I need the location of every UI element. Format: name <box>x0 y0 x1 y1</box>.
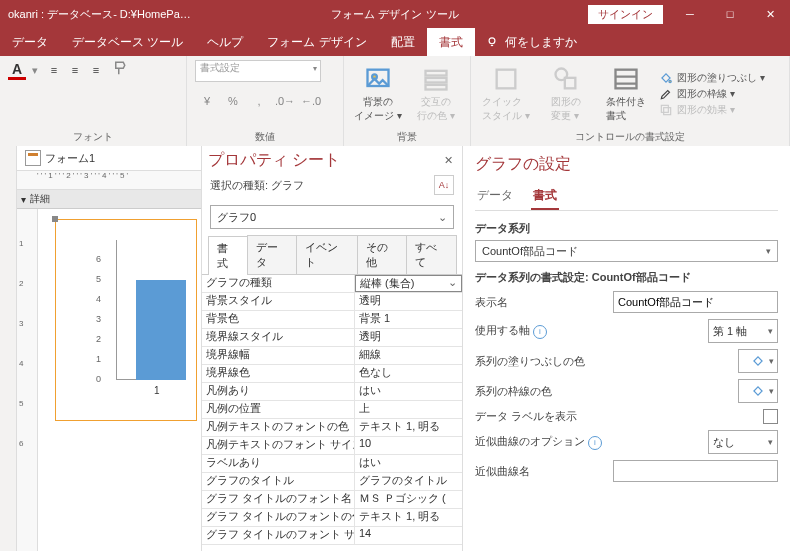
tab-format[interactable]: 書式 <box>427 28 475 56</box>
svg-rect-5 <box>426 85 447 90</box>
image-icon <box>364 65 392 93</box>
ribbon-group-number: 数値 <box>195 128 335 144</box>
form-tab[interactable]: フォーム1 <box>17 146 201 147</box>
change-shape-button: 図形の 変更 ▾ <box>539 65 593 123</box>
number-format-combo[interactable]: 書式設定 <box>195 60 321 82</box>
align-left-button[interactable]: ≡ <box>44 60 64 80</box>
tell-me-label: 何をしますか <box>505 34 577 51</box>
font-color-dropdown[interactable]: ▾ <box>32 64 38 77</box>
svg-rect-11 <box>661 105 668 112</box>
svg-rect-12 <box>664 108 671 115</box>
svg-rect-4 <box>426 78 447 83</box>
tab-db-tools[interactable]: データベース ツール <box>60 28 195 56</box>
bucket-icon <box>659 71 673 85</box>
bulb-icon <box>485 35 499 49</box>
dec-decimal-button[interactable]: ←.0 <box>299 90 323 112</box>
align-right-button[interactable]: ≡ <box>86 60 106 80</box>
close-button[interactable]: ✕ <box>750 0 790 28</box>
signin-button[interactable]: サインイン <box>587 4 664 25</box>
shape-outline-button[interactable]: 図形の枠線 ▾ <box>659 87 765 101</box>
window-title: okanri : データベース- D:¥HomePa… <box>0 7 587 22</box>
alt-row-color-button: 交互の 行の色 ▾ <box>410 65 462 123</box>
shape-fill-button[interactable]: 図形の塗りつぶし ▾ <box>659 71 765 85</box>
svg-rect-9 <box>616 70 637 89</box>
ribbon-group-bg: 背景 <box>352 128 462 144</box>
align-center-button[interactable]: ≡ <box>65 60 85 80</box>
property-sheet-pane: プロパティ シート ✕ 選択の種類: グラフ A↓ グラフ0 書式 データ イベ… <box>202 146 463 147</box>
pen-icon <box>659 87 673 101</box>
context-title: フォーム デザイン ツール <box>331 7 458 22</box>
svg-rect-3 <box>426 71 447 76</box>
rows-icon <box>422 65 450 93</box>
minimize-button[interactable]: ─ <box>670 0 710 28</box>
ribbon-tabs: データ データベース ツール ヘルプ フォーム デザイン 配置 書式 何をします… <box>0 28 790 56</box>
nav-pane-collapsed[interactable] <box>0 146 17 147</box>
tell-me[interactable]: 何をしますか <box>485 34 577 51</box>
tab-form-design[interactable]: フォーム デザイン <box>255 28 378 56</box>
tab-arrange[interactable]: 配置 <box>379 28 427 56</box>
format-painter-button[interactable] <box>112 60 130 80</box>
tab-help[interactable]: ヘルプ <box>195 28 255 56</box>
svg-point-10 <box>669 80 671 82</box>
shape-effect-button: 図形の効果 ▾ <box>659 103 765 117</box>
percent-button[interactable]: % <box>221 90 245 112</box>
svg-rect-8 <box>565 78 576 89</box>
ribbon-group-font: フォント <box>8 128 178 144</box>
maximize-button[interactable]: □ <box>710 0 750 28</box>
svg-rect-6 <box>497 70 516 89</box>
currency-button[interactable]: ¥ <box>195 90 219 112</box>
quick-style-button: クイック スタイル ▾ <box>479 65 533 123</box>
chart-settings-pane: グラフの設定 データ 書式 データ系列 CountOf部品コード データ系列の書… <box>463 146 790 147</box>
ribbon-group-ctl: コントロールの書式設定 <box>479 128 781 144</box>
bg-image-button[interactable]: 背景の イメージ ▾ <box>352 65 404 123</box>
effect-icon <box>659 103 673 117</box>
cond-format-button[interactable]: 条件付き 書式 <box>599 65 653 123</box>
comma-button[interactable]: , <box>247 90 271 112</box>
tab-ext-data[interactable]: データ <box>0 28 60 56</box>
svg-point-0 <box>489 38 495 44</box>
font-color-button[interactable]: A <box>8 61 26 80</box>
inc-decimal-button[interactable]: .0→ <box>273 90 297 112</box>
ribbon: A ▾ ≡ ≡ ≡ フォント 書式設定 ¥ % , .0→ ←.0 数値 <box>0 56 790 147</box>
